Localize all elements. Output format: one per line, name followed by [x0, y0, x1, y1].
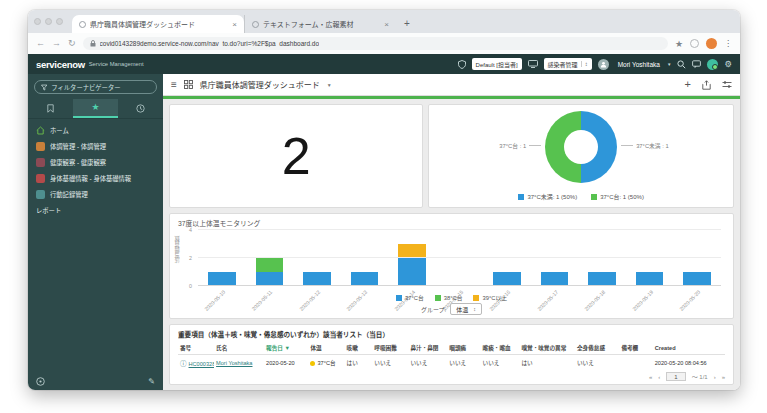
browser-tab-form[interactable]: テキストフォーム・広報素材 ×: [244, 15, 396, 33]
column-header[interactable]: 嗅覚・味覚の異常: [519, 342, 575, 355]
window-close-button[interactable]: [34, 18, 41, 25]
record-number-link[interactable]: HC000328: [189, 361, 215, 367]
tab-favorites[interactable]: ★: [73, 99, 118, 118]
address-bar[interactable]: covid0143289demo.service-now.com/nav_to.…: [83, 37, 668, 50]
circle-dot-icon[interactable]: [36, 377, 45, 386]
y-tick-label: 0: [189, 283, 192, 289]
column-header[interactable]: 全身倦怠感: [575, 342, 619, 355]
column-header[interactable]: 体温: [308, 342, 344, 355]
last-page-button[interactable]: »: [722, 374, 725, 380]
column-header[interactable]: 氏名: [214, 342, 264, 355]
pagination: « ‹ 1 ～ 1/1 › »: [649, 372, 725, 381]
search-icon[interactable]: [677, 60, 686, 69]
employee-name-link[interactable]: Mori Yoshitaka: [216, 360, 252, 366]
column-header[interactable]: 鼻汁・鼻閉: [408, 342, 447, 355]
share-icon[interactable]: [702, 80, 711, 90]
tab-history[interactable]: [118, 99, 163, 118]
browser-tab-dashboard[interactable]: 県庁職員体調管理ダッシュボード ×: [72, 15, 244, 33]
extension-icon[interactable]: [690, 39, 699, 48]
dashboard-caret-icon[interactable]: ▼: [327, 82, 332, 88]
update-set-picker[interactable]: Default [担当者]: [472, 58, 522, 70]
sidebar-item[interactable]: 体調管理 - 体調管理: [28, 138, 163, 154]
shield-icon[interactable]: [458, 60, 466, 69]
star-icon: ★: [91, 103, 99, 112]
module-icon: [36, 142, 45, 151]
back-icon[interactable]: ←: [36, 39, 45, 48]
forward-icon[interactable]: →: [52, 39, 61, 48]
sidebar-item[interactable]: 行動記録管理: [28, 186, 163, 202]
list-widget: 重要項目（体温＋咳・味覚・倦怠感のいずれか）該当者リスト（当日） 番号氏名報告日…: [169, 324, 734, 385]
sidebar-item[interactable]: 健康観察 - 健康観察: [28, 154, 163, 170]
tab-favicon-icon: [252, 21, 259, 28]
browser-profile-avatar[interactable]: [706, 38, 717, 49]
column-header[interactable]: 報告日 ▼: [264, 342, 308, 355]
y-tick-label: 2: [189, 255, 192, 261]
bar-segment: [303, 272, 331, 286]
sidebar-item[interactable]: ホーム: [28, 122, 163, 138]
donut-chart: [545, 111, 617, 183]
dashboard-title[interactable]: 県庁職員体調管理ダッシュボード: [200, 79, 320, 90]
records-table: 番号氏名報告日 ▼体温咳嗽呼吸困難鼻汁・鼻閉咽頭痛喀痰・喀血嗅覚・味覚の異常全身…: [178, 342, 725, 371]
dashboard-grid-icon[interactable]: [184, 80, 193, 89]
user-menu-caret-icon[interactable]: ▼: [667, 62, 671, 67]
dashboard-body: 2 37°C台 : 1 37°C未満 : 1 37°C未満: 1 (50%)37…: [163, 99, 740, 390]
filter-navigator[interactable]: [34, 80, 157, 94]
bar-column: 2020-05-15: [436, 230, 484, 286]
sidebar-item[interactable]: レポート: [28, 202, 163, 218]
tab-title: テキストフォーム・広報素材: [263, 19, 380, 29]
hamburger-icon[interactable]: ≡: [171, 80, 177, 90]
bookmark-star-icon[interactable]: ★: [675, 39, 683, 49]
bar-column: 2020-05-18: [578, 230, 626, 286]
presence-avatar[interactable]: [707, 59, 718, 70]
module-icon: [36, 174, 45, 183]
filter-navigator-input[interactable]: [51, 84, 150, 91]
column-header[interactable]: 咽頭痛: [447, 342, 480, 355]
next-page-button[interactable]: ›: [714, 374, 716, 380]
chat-icon[interactable]: [692, 60, 701, 69]
info-icon[interactable]: ⓘ: [180, 360, 187, 367]
sidebar-tabs: ★: [28, 99, 163, 119]
column-header[interactable]: 咳嗽: [345, 342, 373, 355]
prev-page-button[interactable]: ‹: [658, 374, 660, 380]
scorecard-widget: 2: [169, 104, 423, 208]
bar-segment: [588, 272, 616, 286]
sidebar-item[interactable]: 身体基礎情報 - 身体基礎情報: [28, 170, 163, 186]
legend-swatch: [396, 295, 402, 301]
column-header[interactable]: Created: [653, 342, 725, 355]
edit-pencil-icon[interactable]: ✎: [148, 377, 155, 386]
tab-close-icon[interactable]: ×: [384, 20, 389, 29]
sidebar-item-label: 身体基礎情報 - 身体基礎情報: [50, 174, 131, 183]
reload-icon[interactable]: ↻: [68, 39, 76, 48]
update-set-value: Default [担当者]: [476, 60, 518, 69]
bar-segment: [256, 272, 284, 286]
column-header[interactable]: 喀痰・喀血: [481, 342, 520, 355]
gear-icon[interactable]: ⚙: [724, 60, 732, 69]
column-header[interactable]: 備考欄: [619, 342, 652, 355]
table-cell: Mori Yoshitaka: [214, 355, 264, 372]
monitor-icon[interactable]: [528, 60, 538, 68]
first-page-button[interactable]: «: [649, 374, 652, 380]
tab-all-applications[interactable]: [28, 99, 73, 118]
window-zoom-button[interactable]: [56, 18, 63, 25]
browser-menu-icon[interactable]: ⋮: [724, 39, 732, 48]
new-tab-button[interactable]: +: [404, 18, 410, 29]
page-number-input[interactable]: 1: [666, 372, 685, 381]
window-minimize-button[interactable]: [45, 18, 52, 25]
add-widget-button[interactable]: +: [685, 79, 691, 90]
clock-icon: [136, 104, 145, 113]
legend-label: 38°C台: [444, 293, 463, 302]
browser-window: 県庁職員体調管理ダッシュボード × テキストフォーム・広報素材 × + ← → …: [28, 10, 740, 390]
tab-close-icon[interactable]: ×: [232, 20, 237, 29]
bar-column: 2020-05-16: [483, 230, 531, 286]
sliders-icon[interactable]: [722, 80, 732, 89]
group-by-label: グループ:: [421, 305, 446, 314]
table-row: ⓘHC000328Mori Yoshitaka2020-05-2037°C台はい…: [178, 355, 725, 372]
application-picker[interactable]: 感染者管理 ↕: [544, 58, 592, 70]
user-avatar[interactable]: [598, 59, 609, 70]
column-header[interactable]: 番号: [178, 342, 214, 355]
column-header[interactable]: 呼吸困難: [372, 342, 408, 355]
group-by-select[interactable]: 体温 ↕: [450, 303, 482, 315]
browser-toolbar: ← → ↻ covid0143289demo.service-now.com/n…: [28, 33, 740, 54]
legend-label: 37°C未満: 1 (50%): [527, 192, 577, 201]
user-name[interactable]: Mori Yoshitaka: [618, 61, 660, 68]
